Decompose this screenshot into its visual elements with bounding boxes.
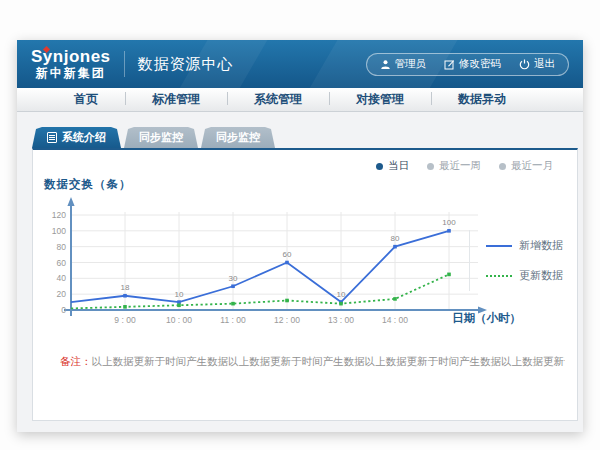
radio-label: 最近一周 (439, 159, 481, 173)
nav-item[interactable]: 数据异动 (431, 91, 533, 108)
tab-label: 同步监控 (139, 130, 183, 145)
svg-text:120: 120 (52, 210, 66, 220)
main-nav: 首页标准管理系统管理对接管理数据异动 (17, 88, 583, 112)
svg-text:12 : 00: 12 : 00 (274, 315, 300, 325)
document-icon (47, 132, 57, 143)
series-legend: 新增数据更新数据 (469, 230, 563, 291)
svg-text:80: 80 (57, 242, 67, 252)
user-menu-label: 退出 (534, 57, 555, 71)
svg-text:11 : 00: 11 : 00 (220, 315, 246, 325)
svg-text:18: 18 (121, 283, 130, 292)
svg-text:14 : 00: 14 : 00 (382, 315, 408, 325)
logout-icon (519, 59, 530, 70)
app-header: Synjones 新中新集团 数据资源中心 管理员修改密码退出 (17, 40, 583, 88)
page-title: 数据资源中心 (138, 55, 234, 74)
svg-text:10: 10 (175, 290, 184, 299)
svg-text:60: 60 (283, 250, 292, 259)
x-axis-title: 日期（小时） (452, 311, 521, 326)
user-menu-logout[interactable]: 退出 (510, 57, 564, 71)
logo[interactable]: Synjones 新中新集团 (31, 48, 111, 80)
footnote-label: 备注： (60, 355, 92, 367)
svg-text:100: 100 (52, 226, 66, 236)
tab-item[interactable]: 同步监控 (201, 127, 275, 148)
user-menu-label: 管理员 (395, 57, 427, 71)
nav-item[interactable]: 对接管理 (329, 91, 431, 108)
app-window: Synjones 新中新集团 数据资源中心 管理员修改密码退出 首页标准管理系统… (17, 40, 583, 432)
legend-line-sample (486, 275, 512, 277)
radio-label: 当日 (388, 159, 409, 173)
radio-label: 最近一月 (511, 159, 553, 173)
user-menu-user[interactable]: 管理员 (371, 57, 436, 71)
tab-bar: 系统介绍同步监控同步监控 (32, 127, 574, 148)
footnote-text: 以上数据更新于时间产生数据以上数据更新于时间产生数据以上数据更新于时间产生数据以… (92, 355, 566, 367)
chart-area: 0204060801001209 : 0010 : 0011 : 0012 : … (41, 190, 511, 340)
tab-item[interactable]: 系统介绍 (32, 127, 121, 148)
nav-item[interactable]: 首页 (47, 91, 125, 108)
header-divider (124, 51, 125, 77)
radio-dot-icon (499, 163, 506, 170)
svg-text:10 : 00: 10 : 00 (166, 315, 192, 325)
user-icon (380, 59, 391, 70)
legend-label: 更新数据 (519, 268, 563, 283)
legend-item[interactable]: 新增数据 (486, 238, 563, 253)
svg-text:60: 60 (57, 258, 67, 268)
page: Synjones 新中新集团 数据资源中心 管理员修改密码退出 首页标准管理系统… (0, 0, 600, 450)
legend-item[interactable]: 更新数据 (486, 268, 563, 283)
svg-text:30: 30 (229, 274, 238, 283)
logo-text-cn: 新中新集团 (31, 67, 111, 80)
svg-text:100: 100 (442, 218, 456, 227)
nav-item[interactable]: 标准管理 (125, 91, 227, 108)
user-menu-edit[interactable]: 修改密码 (435, 57, 510, 71)
user-menu-label: 修改密码 (459, 57, 501, 71)
time-range-filter: 当日最近一周最近一月 (376, 159, 553, 173)
svg-text:40: 40 (57, 273, 67, 283)
footnote: 备注：以上数据更新于时间产生数据以上数据更新于时间产生数据以上数据更新于时间产生… (60, 355, 565, 369)
svg-text:0: 0 (61, 305, 66, 315)
svg-text:80: 80 (391, 234, 400, 243)
radio-dot-icon (376, 163, 383, 170)
svg-text:10: 10 (337, 290, 346, 299)
svg-text:9 : 00: 9 : 00 (114, 315, 136, 325)
logo-text-en: Synjones (31, 48, 111, 67)
nav-item[interactable]: 系统管理 (227, 91, 329, 108)
radio-option[interactable]: 最近一周 (427, 159, 481, 173)
legend-label: 新增数据 (519, 238, 563, 253)
tab-label: 同步监控 (216, 130, 260, 145)
svg-text:13 : 00: 13 : 00 (328, 315, 354, 325)
user-bar: 管理员修改密码退出 (366, 53, 570, 76)
chart-panel: 当日最近一周最近一月 数据交换（条） 0204060801001209 : 00… (32, 148, 578, 421)
radio-option[interactable]: 当日 (376, 159, 409, 173)
line-chart: 0204060801001209 : 0010 : 0011 : 0012 : … (41, 190, 511, 340)
edit-icon (444, 59, 455, 70)
content-area: 系统介绍同步监控同步监控 当日最近一周最近一月 数据交换（条） 02040608… (17, 112, 583, 421)
tab-label: 系统介绍 (62, 130, 106, 145)
svg-text:20: 20 (57, 289, 67, 299)
tab-item[interactable]: 同步监控 (124, 127, 198, 148)
legend-line-sample (486, 245, 512, 247)
radio-dot-icon (427, 163, 434, 170)
radio-option[interactable]: 最近一月 (499, 159, 553, 173)
